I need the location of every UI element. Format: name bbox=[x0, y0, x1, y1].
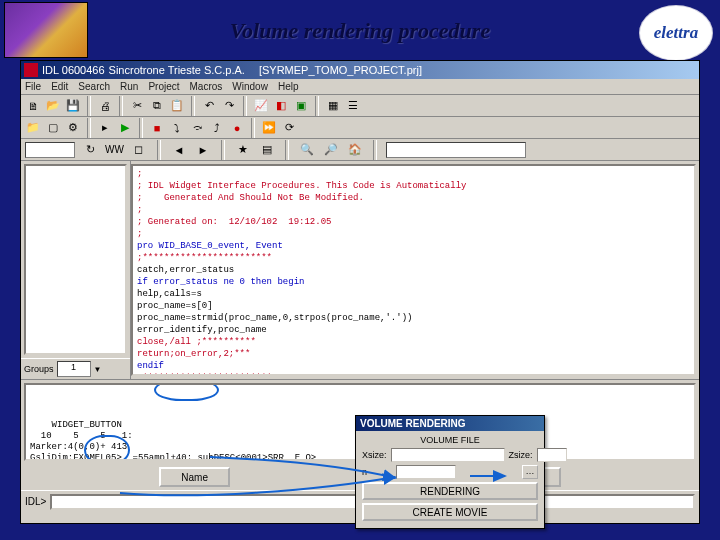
code-line: ;************************ bbox=[137, 372, 690, 376]
surface-icon[interactable]: ▣ bbox=[292, 97, 310, 115]
stop-icon[interactable]: ■ bbox=[148, 119, 166, 137]
code-line: catch,error_status bbox=[137, 264, 690, 276]
grid-icon[interactable]: ▦ bbox=[324, 97, 342, 115]
menu-bar: File Edit Search Run Project Macros Wind… bbox=[21, 79, 699, 95]
menu-help[interactable]: Help bbox=[278, 81, 299, 92]
titlebar-app: IDL 0600466 bbox=[42, 64, 105, 76]
toolbar-debug: 📁 ▢ ⚙ ▸ ▶ ■ ⤵ ⤼ ⤴ ● ⏩ ⟳ bbox=[21, 117, 699, 139]
step-out-icon[interactable]: ⤴ bbox=[208, 119, 226, 137]
box-icon[interactable]: ▢ bbox=[44, 119, 62, 137]
dialog-title: VOLUME RENDERING bbox=[356, 416, 544, 431]
log-line: GsliDim:FX0MEL05> =55ampl+40; subDESC<00… bbox=[30, 453, 316, 461]
code-line: ;************************ bbox=[137, 252, 690, 264]
name-button-left[interactable]: Name bbox=[159, 467, 230, 487]
annotation-circle-2 bbox=[154, 383, 219, 401]
paste-icon[interactable]: 📋 bbox=[168, 97, 186, 115]
log-line: WIDGET_BUTTON bbox=[52, 420, 122, 430]
save-icon[interactable]: 💾 bbox=[64, 97, 82, 115]
back-icon[interactable]: ◄ bbox=[170, 141, 188, 159]
ww-label: WW bbox=[105, 144, 124, 155]
n-label: n bbox=[362, 467, 392, 477]
browser-icon[interactable]: ▤ bbox=[258, 141, 276, 159]
code-line: close,/all ;********** bbox=[137, 336, 690, 348]
open-icon[interactable]: 📂 bbox=[44, 97, 62, 115]
copy-icon[interactable]: ⧉ bbox=[148, 97, 166, 115]
code-line: proc_name=strmid(proc_name,0,strpos(proc… bbox=[137, 312, 690, 324]
create-movie-button[interactable]: CREATE MOVIE bbox=[362, 503, 538, 521]
zsize-label: Zsize: bbox=[509, 450, 533, 460]
code-line: ; Generated And Should Not Be Modified. bbox=[137, 192, 690, 204]
dialog-section-label: VOLUME FILE bbox=[362, 435, 538, 445]
code-line: error_identify,proc_name bbox=[137, 324, 690, 336]
code-line: ; IDL Widget Interface Procedures. This … bbox=[137, 180, 690, 192]
menu-run[interactable]: Run bbox=[120, 81, 138, 92]
rendering-button[interactable]: RENDERING bbox=[362, 482, 538, 500]
bookmark-icon[interactable]: ★ bbox=[234, 141, 252, 159]
menu-edit[interactable]: Edit bbox=[51, 81, 68, 92]
menu-file[interactable]: File bbox=[25, 81, 41, 92]
code-line: return;on_error,2;*** bbox=[137, 348, 690, 360]
forward-icon[interactable]: ► bbox=[194, 141, 212, 159]
step-into-icon[interactable]: ⤵ bbox=[168, 119, 186, 137]
code-editor[interactable]: ;; IDL Widget Interface Procedures. This… bbox=[131, 164, 696, 376]
cmd-label: IDL> bbox=[25, 496, 46, 507]
code-line: endif bbox=[137, 360, 690, 372]
menu-window[interactable]: Window bbox=[232, 81, 268, 92]
menu-macros[interactable]: Macros bbox=[190, 81, 223, 92]
new-icon[interactable]: 🗎 bbox=[24, 97, 42, 115]
find-icon[interactable]: 🔍 bbox=[298, 141, 316, 159]
project-sidebar: Groups 1 ▼ bbox=[21, 161, 131, 379]
folder-icon[interactable]: 📁 bbox=[24, 119, 42, 137]
plot-icon[interactable]: 📈 bbox=[252, 97, 270, 115]
titlebar-project: [SYRMEP_TOMO_PROJECT.prj] bbox=[259, 64, 422, 76]
xsize-input[interactable] bbox=[391, 448, 505, 462]
print-icon[interactable]: 🖨 bbox=[96, 97, 114, 115]
chevron-down-icon[interactable]: ▼ bbox=[94, 365, 102, 374]
continue-icon[interactable]: ⏩ bbox=[260, 119, 278, 137]
menu-search[interactable]: Search bbox=[78, 81, 110, 92]
build-icon[interactable]: ⚙ bbox=[64, 119, 82, 137]
app-icon bbox=[24, 63, 38, 77]
restart-icon[interactable]: ⟳ bbox=[280, 119, 298, 137]
search-field[interactable] bbox=[386, 142, 526, 158]
code-line: ; bbox=[137, 168, 690, 180]
code-line: pro WID_BASE_0_event, Event bbox=[137, 240, 690, 252]
log-line: 10 5 5 1: bbox=[30, 431, 133, 441]
home-icon[interactable]: 🏠 bbox=[346, 141, 364, 159]
image-icon[interactable]: ◧ bbox=[272, 97, 290, 115]
slide-title: Volume rendering procedure bbox=[0, 18, 720, 44]
find-next-icon[interactable]: 🔎 bbox=[322, 141, 340, 159]
redo-icon[interactable]: ↷ bbox=[220, 97, 238, 115]
log-line: Marker:4(0,0)+ 413 bbox=[30, 442, 127, 452]
title-bar: IDL 0600466 Sincrotrone Trieste S.C.p.A.… bbox=[21, 61, 699, 79]
run-icon[interactable]: ▶ bbox=[116, 119, 134, 137]
n-input[interactable] bbox=[396, 465, 456, 479]
groups-label: Groups bbox=[24, 364, 54, 374]
code-line: if error_status ne 0 then begin bbox=[137, 276, 690, 288]
zsize-input[interactable] bbox=[537, 448, 567, 462]
step-over-icon[interactable]: ⤼ bbox=[188, 119, 206, 137]
project-tree[interactable] bbox=[24, 164, 127, 355]
xsize-label: Xsize: bbox=[362, 450, 387, 460]
code-line: proc_name=s[0] bbox=[137, 300, 690, 312]
code-line: ; bbox=[137, 228, 690, 240]
code-line: ; bbox=[137, 204, 690, 216]
menu-project[interactable]: Project bbox=[148, 81, 179, 92]
code-line: help,calls=s bbox=[137, 288, 690, 300]
code-line: ; Generated on: 12/10/102 19:12.05 bbox=[137, 216, 690, 228]
browse-icon[interactable]: … bbox=[522, 465, 538, 479]
refresh-icon[interactable]: ↻ bbox=[81, 141, 99, 159]
groups-value[interactable]: 1 bbox=[57, 361, 91, 377]
titlebar-license: Sincrotrone Trieste S.C.p.A. bbox=[109, 64, 245, 76]
compile-icon[interactable]: ▸ bbox=[96, 119, 114, 137]
stop-load-icon[interactable]: ◻ bbox=[130, 141, 148, 159]
toolbar-standard: 🗎 📂 💾 🖨 ✂ ⧉ 📋 ↶ ↷ 📈 ◧ ▣ ▦ ☰ bbox=[21, 95, 699, 117]
address-field[interactable] bbox=[25, 142, 75, 158]
cut-icon[interactable]: ✂ bbox=[128, 97, 146, 115]
layers-icon[interactable]: ☰ bbox=[344, 97, 362, 115]
toolbar-nav: ↻ WW ◻ ◄ ► ★ ▤ 🔍 🔎 🏠 bbox=[21, 139, 699, 161]
breakpoint-icon[interactable]: ● bbox=[228, 119, 246, 137]
volume-rendering-dialog: VOLUME RENDERING VOLUME FILE Xsize: Zsiz… bbox=[355, 415, 545, 529]
undo-icon[interactable]: ↶ bbox=[200, 97, 218, 115]
